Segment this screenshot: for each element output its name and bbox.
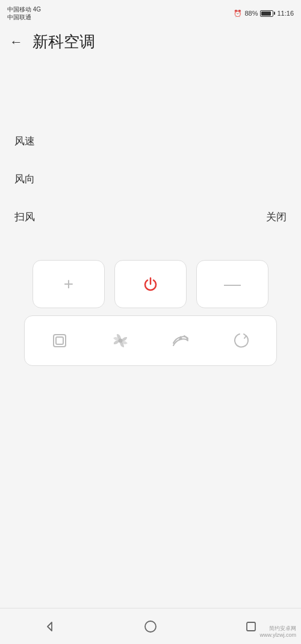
timer-icon: [232, 331, 251, 350]
top-controls: + —: [24, 260, 277, 308]
time-display: 11:16: [277, 10, 294, 17]
svg-marker-3: [48, 622, 52, 631]
watermark-line2: www.ylzwj.com: [259, 632, 296, 639]
fan-icon: [111, 331, 130, 350]
nav-bar: [0, 608, 301, 644]
back-button[interactable]: ←: [10, 34, 23, 50]
main-content: 风速 风向 扫风 关闭 + —: [0, 62, 301, 366]
svg-rect-5: [247, 622, 255, 631]
status-right: ⏰ 88% 11:16: [234, 10, 294, 17]
battery-percent: 88%: [244, 10, 258, 17]
wind-speed-label: 风速: [14, 134, 35, 148]
minus-icon: —: [224, 274, 241, 294]
header: ← 新科空调: [0, 26, 301, 62]
page-title: 新科空调: [33, 31, 95, 52]
home-nav-icon: [144, 620, 157, 633]
watermark-line1: 简约安卓网: [259, 625, 296, 633]
carrier2-label: 中国联通: [7, 13, 41, 21]
back-nav-button[interactable]: [32, 615, 68, 639]
back-nav-icon: [43, 620, 57, 633]
recent-nav-icon: [244, 620, 258, 633]
sweep-fan-icon: [171, 331, 190, 350]
battery-icon: [260, 10, 273, 17]
ai-display-section: [14, 62, 287, 122]
increase-button[interactable]: +: [33, 260, 105, 308]
wind-speed-row[interactable]: 风速: [14, 122, 287, 160]
alarm-icon: ⏰: [234, 10, 242, 17]
plus-icon: +: [64, 274, 73, 294]
carrier-info: 中国移动 4G 中国联通: [7, 5, 41, 21]
watermark: 简约安卓网 www.ylzwj.com: [259, 625, 296, 639]
bottom-controls: [24, 315, 277, 366]
svg-rect-1: [56, 337, 63, 344]
decrease-button[interactable]: —: [196, 260, 268, 308]
status-bar: 中国移动 4G 中国联通 ⏰ 88% 11:16: [0, 0, 301, 26]
mode-button[interactable]: [42, 326, 78, 356]
settings-section: 风速 风向 扫风 关闭: [14, 122, 287, 236]
carrier1-label: 中国移动 4G: [7, 5, 41, 13]
wind-direction-label: 风向: [14, 172, 35, 186]
svg-point-4: [145, 621, 156, 632]
sweep-value: 关闭: [266, 210, 287, 224]
sweep-row[interactable]: 扫风 关闭: [14, 198, 287, 236]
wind-direction-row[interactable]: 风向: [14, 160, 287, 198]
home-nav-button[interactable]: [132, 615, 169, 639]
sweep-label: 扫风: [14, 210, 35, 224]
power-icon: [141, 274, 160, 294]
timer-button[interactable]: [223, 326, 259, 356]
fan-button[interactable]: [102, 326, 138, 356]
mode-icon: [50, 331, 69, 350]
power-button[interactable]: [114, 260, 187, 308]
sweep-fan-button[interactable]: [163, 326, 199, 356]
controls-section: + —: [14, 260, 287, 366]
